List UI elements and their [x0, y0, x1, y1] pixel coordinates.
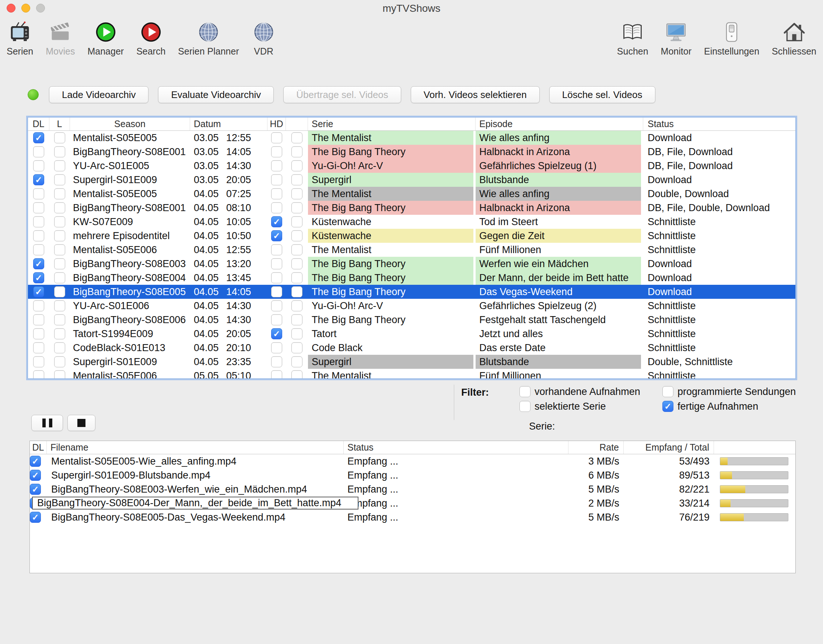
- l-checkbox[interactable]: [54, 286, 65, 297]
- l-checkbox[interactable]: [54, 328, 65, 339]
- episode-row[interactable]: BigBangTheory-S08E00104.0508:10The Big B…: [28, 201, 795, 215]
- filter-checkbox-fertige-aufnahmen[interactable]: fertige Aufnahmen: [662, 400, 758, 412]
- extra-checkbox[interactable]: [291, 370, 302, 378]
- download-row[interactable]: Supergirl-S01E009-Blutsbande.mp4Empfang …: [30, 468, 795, 482]
- action-button-vorh-videos-selektieren[interactable]: Vorh. Videos selektieren: [411, 86, 540, 103]
- extra-checkbox[interactable]: [291, 188, 302, 199]
- download-checkbox[interactable]: [33, 216, 44, 227]
- l-checkbox[interactable]: [54, 132, 65, 143]
- hd-checkbox[interactable]: [271, 272, 282, 283]
- episode-row[interactable]: Mentalist-S05E00503.0512:55The Mentalist…: [28, 131, 795, 145]
- hd-checkbox[interactable]: [271, 370, 282, 378]
- l-checkbox[interactable]: [54, 174, 65, 185]
- extra-checkbox[interactable]: [291, 272, 302, 283]
- download-checkbox[interactable]: [33, 146, 44, 157]
- hd-checkbox[interactable]: [271, 300, 282, 311]
- checkbox[interactable]: [662, 386, 673, 397]
- hd-checkbox[interactable]: [271, 258, 282, 269]
- toolbar-item-serien[interactable]: Serien: [7, 18, 33, 57]
- toolbar-item-manager[interactable]: Manager: [87, 18, 124, 57]
- header-l[interactable]: L: [49, 118, 70, 130]
- action-button-lade-videoarchiv[interactable]: Lade Videoarchiv: [49, 86, 149, 103]
- episode-row[interactable]: Mentalist-S05E00604.0512:55The Mentalist…: [28, 243, 795, 257]
- hd-checkbox[interactable]: [271, 202, 282, 213]
- pause-button[interactable]: [31, 415, 63, 431]
- download-checkbox[interactable]: [33, 174, 44, 185]
- episode-row[interactable]: BigBangTheory-S08E00304.0513:20The Big B…: [28, 257, 795, 271]
- filter-checkbox-vorhandene-aufnahmen[interactable]: vorhandene Aufnahmen: [520, 385, 640, 398]
- download-checkbox[interactable]: [33, 202, 44, 213]
- checkbox[interactable]: [662, 401, 673, 412]
- header-status[interactable]: Status: [643, 118, 795, 130]
- download-file-checkbox[interactable]: [30, 456, 41, 467]
- hd-checkbox[interactable]: [271, 244, 282, 255]
- episode-row[interactable]: BigBangTheory-S08E00604.0514:30The Big B…: [28, 313, 795, 327]
- header-hd[interactable]: HD: [267, 118, 286, 130]
- episode-row[interactable]: Tatort-S1994E00904.0520:05TatortJetzt un…: [28, 327, 795, 341]
- hd-checkbox[interactable]: [271, 314, 282, 325]
- hd-checkbox[interactable]: [271, 174, 282, 185]
- extra-checkbox[interactable]: [291, 146, 302, 157]
- header-extra[interactable]: [286, 118, 308, 130]
- episode-row[interactable]: BigBangTheory-S08E00103.0514:05The Big B…: [28, 145, 795, 159]
- toolbar-item-monitor[interactable]: Monitor: [661, 18, 691, 57]
- episode-row[interactable]: Mentalist-S05E00504.0507:25The Mentalist…: [28, 187, 795, 201]
- l-checkbox[interactable]: [54, 244, 65, 255]
- l-checkbox[interactable]: [54, 258, 65, 269]
- download-row[interactable]: Mentalist-S05E005-Wie_alles_anfing.mp4Em…: [30, 454, 795, 468]
- download-row[interactable]: BigBangTheory-S08E004-Der_Mann,_der_beid…: [30, 496, 795, 510]
- hd-checkbox[interactable]: [271, 286, 282, 297]
- download-file-checkbox[interactable]: [30, 512, 41, 523]
- extra-checkbox[interactable]: [291, 356, 302, 367]
- episode-row[interactable]: CodeBlack-S01E01304.0520:10Code BlackDas…: [28, 341, 795, 355]
- download-checkbox[interactable]: [33, 370, 44, 378]
- l-checkbox[interactable]: [54, 146, 65, 157]
- stop-button[interactable]: [67, 415, 95, 431]
- download-checkbox[interactable]: [33, 272, 44, 283]
- episode-row[interactable]: BigBangTheory-S08E00404.0513:45The Big B…: [28, 271, 795, 285]
- checkbox[interactable]: [520, 401, 530, 412]
- zoom-window-button[interactable]: [36, 4, 45, 12]
- hd-checkbox[interactable]: [271, 230, 282, 241]
- header-rate[interactable]: Rate: [569, 441, 624, 454]
- l-checkbox[interactable]: [54, 314, 65, 325]
- l-checkbox[interactable]: [54, 160, 65, 171]
- l-checkbox[interactable]: [54, 300, 65, 311]
- episode-row[interactable]: mehrere Episodentitel04.0510:50Küstenwac…: [28, 229, 795, 243]
- toolbar-item-search[interactable]: Search: [136, 18, 166, 57]
- download-checkbox[interactable]: [33, 356, 44, 367]
- extra-checkbox[interactable]: [291, 230, 302, 241]
- l-checkbox[interactable]: [54, 370, 65, 378]
- hd-checkbox[interactable]: [271, 188, 282, 199]
- header-serie[interactable]: Serie: [308, 118, 476, 130]
- download-checkbox[interactable]: [33, 300, 44, 311]
- close-window-button[interactable]: [7, 4, 15, 12]
- download-checkbox[interactable]: [33, 160, 44, 171]
- episode-row[interactable]: YU-Arc-S01E00503.0514:30Yu-Gi-Oh! Arc-VG…: [28, 159, 795, 173]
- extra-checkbox[interactable]: [291, 216, 302, 227]
- extra-checkbox[interactable]: [291, 174, 302, 185]
- extra-checkbox[interactable]: [291, 132, 302, 143]
- header-season[interactable]: Season: [70, 118, 190, 130]
- action-button-l-sche-sel-videos[interactable]: Lösche sel. Videos: [549, 86, 655, 103]
- extra-checkbox[interactable]: [291, 258, 302, 269]
- l-checkbox[interactable]: [54, 230, 65, 241]
- download-file-checkbox[interactable]: [30, 470, 41, 481]
- hd-checkbox[interactable]: [271, 342, 282, 353]
- toolbar-item-schliessen[interactable]: Schliessen: [772, 18, 816, 57]
- download-row[interactable]: BigBangTheory-S08E003-Werfen_wie_ein_Mäd…: [30, 482, 795, 496]
- episode-row[interactable]: Supergirl-S01E00903.0520:05SupergirlBlut…: [28, 173, 795, 187]
- episode-row[interactable]: YU-Arc-S01E00604.0514:30Yu-Gi-Oh! Arc-VG…: [28, 299, 795, 313]
- header-filename[interactable]: Filename: [47, 441, 344, 454]
- download-row[interactable]: BigBangTheory-S08E005-Das_Vegas-Weekend.…: [30, 510, 795, 524]
- hd-checkbox[interactable]: [271, 328, 282, 339]
- download-checkbox[interactable]: [33, 286, 44, 297]
- hd-checkbox[interactable]: [271, 132, 282, 143]
- l-checkbox[interactable]: [54, 272, 65, 283]
- l-checkbox[interactable]: [54, 342, 65, 353]
- header-empfang-total[interactable]: Empfang / Total: [624, 441, 714, 454]
- download-checkbox[interactable]: [33, 342, 44, 353]
- header-download-dl[interactable]: DL: [30, 441, 47, 454]
- download-file-checkbox[interactable]: [30, 484, 41, 495]
- l-checkbox[interactable]: [54, 216, 65, 227]
